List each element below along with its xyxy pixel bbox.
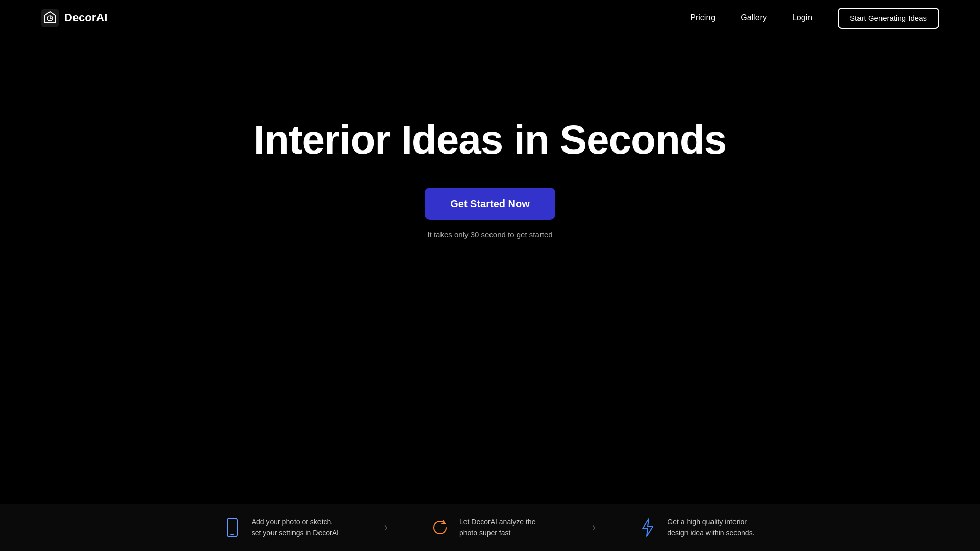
rotate-icon [429,516,451,539]
get-started-button[interactable]: Get Started Now [425,188,555,220]
lightning-icon [636,516,659,539]
hero-subtext: It takes only 30 second to get started [427,230,552,239]
feature-strip: Add your photo or sketch, set your setti… [0,504,980,551]
nav-gallery[interactable]: Gallery [741,13,767,22]
nav-links: Pricing Gallery Login Start Generating I… [690,8,939,29]
hero-section: Interior Ideas in Seconds Get Started No… [0,36,980,269]
logo-icon [41,9,59,27]
nav-pricing[interactable]: Pricing [690,13,715,22]
phone-icon [221,516,243,539]
feature-item-1: Add your photo or sketch, set your setti… [190,516,374,539]
feature-text-2: Let DecorAI analyze the photo super fast [459,517,551,538]
feature-item-3: Get a high quality interior design idea … [606,516,790,539]
svg-marker-6 [643,519,653,536]
feature-text-1: Add your photo or sketch, set your setti… [252,517,344,538]
hero-title: Interior Ideas in Seconds [254,117,726,162]
svg-rect-4 [227,518,237,537]
nav-cta-button[interactable]: Start Generating Ideas [838,8,939,29]
feature-text-3: Get a high quality interior design idea … [667,517,759,538]
logo-text: DecorAI [64,11,107,24]
navbar: DecorAI Pricing Gallery Login Start Gene… [0,0,980,36]
nav-login[interactable]: Login [792,13,812,22]
separator-1: › [374,521,398,534]
logo[interactable]: DecorAI [41,9,107,27]
separator-2: › [582,521,606,534]
feature-item-2: Let DecorAI analyze the photo super fast [398,516,582,539]
